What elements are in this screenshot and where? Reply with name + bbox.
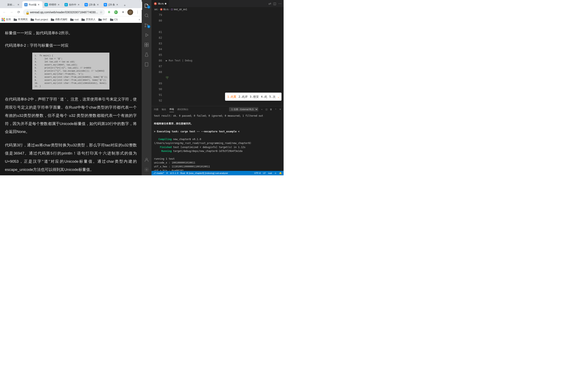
- tab-debug-console[interactable]: 调试控制台: [177, 107, 189, 112]
- debug-icon[interactable]: [142, 31, 151, 39]
- terminal-selector[interactable]: 1: 任务 - External RLS: [229, 107, 258, 111]
- folder-icon: [51, 18, 54, 21]
- address-bar: ← → ⟳ 🔒 weread.qq.com/web/reader/0303203…: [0, 8, 142, 16]
- bookmark-folder[interactable]: 厉害的人: [81, 18, 95, 21]
- source-control-icon[interactable]: 9: [142, 21, 151, 29]
- extension-icon[interactable]: ❖: [107, 10, 112, 15]
- split-terminal-button[interactable]: ◫: [265, 108, 268, 111]
- svg-point-1: [145, 24, 146, 25]
- bookmark-folder[interactable]: CS: [110, 18, 118, 21]
- breadcrumb[interactable]: src› R lib.rs› ⊡ test_str_ex1: [151, 7, 284, 12]
- folder-icon: [110, 18, 113, 21]
- close-icon[interactable]: ✕: [97, 3, 100, 6]
- compare-icon[interactable]: ⇄: [268, 2, 271, 6]
- rust-icon: R: [160, 8, 163, 11]
- reader-intro: 标量值一一对应，如代码清单8-2所示。: [5, 29, 137, 37]
- reader-paragraph: 代码第3行，通过as将char类型转换为u32类型，那么字符tao对应的u32整…: [5, 141, 137, 174]
- tab-zhihu1[interactable]: 知(29 条✕: [82, 1, 102, 8]
- status-rust-analyzer[interactable]: Rust: ⚙ [new_chapter8] [indexing] rust-a…: [180, 172, 228, 175]
- new-tab-button[interactable]: ＋: [122, 2, 128, 8]
- status-encoding[interactable]: UTF-8: [254, 172, 260, 175]
- bookmark-folder[interactable]: rust: [70, 18, 79, 21]
- status-language[interactable]: rust: [268, 172, 272, 175]
- extensions-icon[interactable]: [142, 41, 151, 49]
- svg-rect-5: [145, 45, 146, 47]
- status-feedback-icon[interactable]: ☺: [274, 172, 277, 175]
- svg-rect-8: [145, 63, 148, 66]
- tab-problems[interactable]: 问题: [154, 107, 158, 112]
- kill-terminal-button[interactable]: 🗑: [270, 108, 272, 110]
- split-icon[interactable]: ◫: [273, 2, 276, 6]
- profile-button[interactable]: [127, 9, 133, 15]
- code-area[interactable]: ▶ Run Test | Debug 守 har类型表示单个字符。char类型使…: [166, 12, 272, 106]
- editor-tabs: R lib.rs ⇄ ◫ ⋯: [151, 0, 284, 7]
- bookmark-folder[interactable]: Rust project: [31, 18, 48, 21]
- tab-bilibili[interactable]: B哔哩哔✕: [43, 1, 62, 8]
- terminal-output[interactable]: test result: ok. 0 passed; 0 failed; 0 i…: [151, 112, 284, 171]
- page-content[interactable]: 标量值一一对应，如代码清单8-2所示。 代码清单8-2：字符与标量值一一对应 1…: [0, 23, 142, 175]
- more-icon[interactable]: ⋯: [278, 2, 282, 6]
- back-button[interactable]: ←: [2, 9, 7, 15]
- close-icon[interactable]: ✕: [58, 3, 61, 6]
- svg-point-10: [146, 169, 147, 170]
- menu-button[interactable]: ⋮: [135, 10, 140, 15]
- svg-point-9: [146, 158, 147, 160]
- tab-terminal[interactable]: 终端: [169, 106, 174, 112]
- status-branch[interactable]: ⎇ master*: [153, 172, 164, 175]
- tab-newtab[interactable]: 新标签页✕: [1, 1, 22, 8]
- lock-icon: 🔒: [26, 11, 28, 14]
- close-panel-button[interactable]: ✕: [279, 108, 281, 111]
- status-sync[interactable]: ⟳: [166, 172, 168, 175]
- bookmark-folder[interactable]: PAT: [98, 18, 107, 21]
- test-icon[interactable]: [142, 50, 151, 59]
- folder-icon: [70, 18, 73, 21]
- reader-paragraph: 在代码清单8-2中，声明了字符 ' 道 ' 。注意，这里使用单引号来定义字符，使…: [5, 95, 137, 136]
- tab-output[interactable]: 输出: [162, 107, 166, 112]
- close-icon[interactable]: ✕: [116, 3, 119, 6]
- bookmarks-overflow[interactable]: »: [139, 18, 140, 21]
- editor-tab-librs[interactable]: R lib.rs: [151, 0, 169, 7]
- extension-icon[interactable]: B+: [113, 10, 118, 15]
- status-errors[interactable]: ⊘ 0 ⚠ 0: [170, 172, 178, 175]
- url-text: weread.qq.com/web/reader/030320307184877…: [30, 11, 98, 14]
- tab-rust[interactable]: RRust编✕: [22, 1, 43, 8]
- close-icon[interactable]: ✕: [17, 3, 20, 6]
- ime-candidate-popup[interactable]: 1.此案 2.此岸 3.慈安 4.此 5.次 ⌄: [225, 92, 272, 101]
- account-icon[interactable]: [142, 156, 151, 164]
- reload-button[interactable]: ⟳: [16, 9, 21, 15]
- codelens-run-debug[interactable]: ▶ Run Test | Debug: [166, 58, 272, 63]
- extensions-icon[interactable]: ✦: [121, 10, 125, 15]
- folder-icon: [98, 18, 102, 21]
- settings-icon[interactable]: [142, 166, 151, 174]
- explorer-icon[interactable]: 1: [142, 2, 151, 10]
- url-input[interactable]: 🔒 weread.qq.com/web/reader/0303203071848…: [23, 9, 105, 15]
- tab-zhihu2[interactable]: 知(29 条✕: [102, 1, 121, 8]
- apps-button[interactable]: 应用: [2, 18, 11, 21]
- bookmarks-icon[interactable]: [142, 60, 151, 68]
- svg-rect-7: [147, 43, 148, 45]
- status-bar: ⎇ master* ⟳ ⊘ 0 ⚠ 0 Rust: ⚙ [new_chapter…: [151, 171, 284, 175]
- bookmark-folder[interactable]: 常用网页: [14, 18, 28, 21]
- status-eol[interactable]: LF: [263, 172, 266, 175]
- activity-bar: 1 9: [142, 0, 151, 175]
- svg-rect-6: [147, 45, 148, 47]
- terminal-panel: 问题 输出 终端 调试控制台 1: 任务 - External RLS ＋ ◫ …: [151, 106, 284, 171]
- new-terminal-button[interactable]: ＋: [261, 108, 263, 111]
- bookmark-folder[interactable]: 函数式编程: [51, 18, 67, 21]
- code-listing: 1. fn main() { 2. let tao = '道'; 3. let …: [32, 53, 109, 90]
- folder-icon: [81, 18, 85, 21]
- close-icon[interactable]: ✕: [38, 3, 40, 6]
- search-icon[interactable]: [142, 11, 151, 20]
- reader-heading: 代码清单8-2：字符与标量值一一对应: [5, 43, 137, 48]
- editor-body[interactable]: 7980818283848586878889909192 ▶ Run Test …: [151, 12, 284, 106]
- tab-creation[interactable]: B创作中✕: [62, 1, 82, 8]
- svg-rect-4: [145, 43, 146, 45]
- line-number-gutter: 7980818283848586878889909192: [151, 12, 166, 106]
- status-bell-icon[interactable]: 🔔: [279, 172, 282, 175]
- forward-button[interactable]: →: [9, 9, 14, 15]
- minimap[interactable]: [272, 12, 284, 106]
- maximize-button[interactable]: ＾: [275, 108, 277, 111]
- bookmarks-bar: 应用 常用网页 Rust project 函数式编程 rust 厉害的人 PAT…: [0, 16, 142, 23]
- star-icon[interactable]: ☆: [100, 10, 103, 14]
- close-icon[interactable]: ✕: [78, 3, 80, 6]
